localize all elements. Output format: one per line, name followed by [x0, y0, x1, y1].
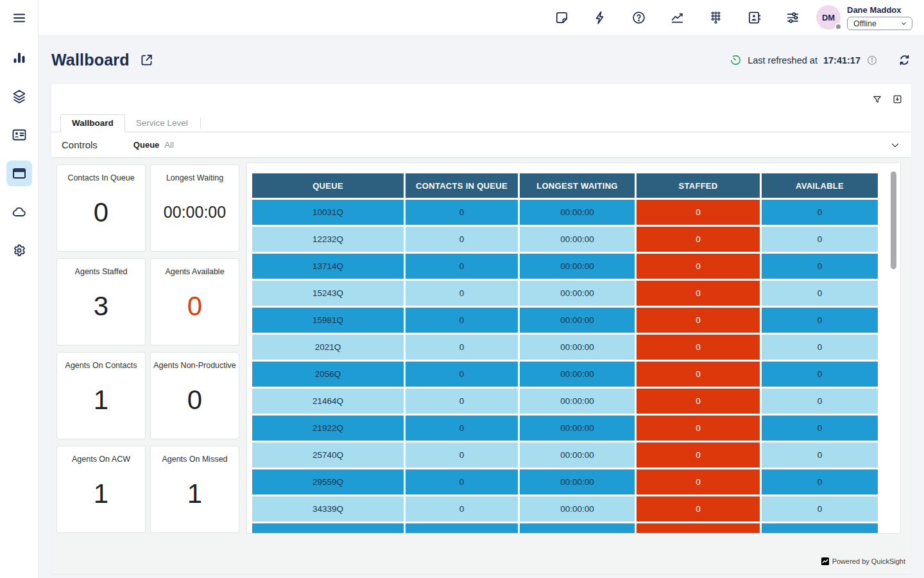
kpi-card: Agents Staffed 3: [56, 258, 146, 346]
cell-available: 0: [762, 362, 878, 387]
column-header-waiting[interactable]: LONGEST WAITING: [520, 173, 635, 198]
cell-queue: 10031Q: [252, 200, 404, 225]
cell-available: 0: [762, 469, 878, 495]
kpi-value: 00:00:00: [164, 203, 226, 222]
queue-control-value[interactable]: All: [164, 140, 173, 150]
column-header-available[interactable]: AVAILABLE: [762, 173, 878, 198]
cell-staffed: 0: [637, 496, 760, 521]
contact-card-icon: [12, 127, 27, 143]
column-header-staffed[interactable]: STAFFED: [637, 173, 760, 198]
cell-contacts: 0: [406, 281, 518, 306]
table-row: 21922Q 0 00:00:00 0 0: [252, 416, 872, 441]
kpi-value: 1: [94, 385, 108, 416]
table-row: 21464Q 0 00:00:00 0 0: [252, 389, 872, 414]
column-header-queue[interactable]: QUEUE: [252, 173, 404, 198]
metrics-icon[interactable]: [669, 10, 685, 26]
kpi-card: Agents On Missed 1: [150, 446, 239, 533]
cell-available: 0: [762, 496, 878, 521]
cell-waiting: 00:00:00: [520, 200, 635, 225]
kpi-label: Agents Available: [165, 267, 224, 276]
cell-staffed: 0: [637, 335, 760, 360]
cell-available: [762, 523, 878, 534]
table-row: 25740Q 0 00:00:00 0 0: [252, 442, 872, 468]
cell-staffed: 0: [637, 227, 760, 252]
cloud-icon: [12, 204, 27, 220]
kpi-card: Agents On ACW 1: [56, 446, 146, 533]
cell-contacts: 0: [406, 416, 518, 441]
table-row: [252, 523, 872, 534]
sidebar-item-wallboard[interactable]: [6, 161, 32, 186]
kpi-card: Agents Non-Productive 0: [150, 352, 239, 439]
kpi-card: Agents On Contacts 1: [56, 352, 146, 439]
sidebar-item-metrics[interactable]: [6, 45, 32, 71]
cell-queue: 13714Q: [252, 254, 404, 279]
chevron-down-icon: [900, 20, 907, 27]
refresh-button[interactable]: [898, 53, 911, 67]
user-name: Dane Maddox: [847, 5, 912, 15]
cell-contacts: 0: [406, 442, 518, 468]
cell-contacts: 0: [406, 227, 518, 252]
filter-icon[interactable]: [872, 94, 882, 105]
refresh-time: 17:41:17: [823, 55, 860, 66]
cell-available: 0: [762, 442, 878, 468]
agent-directory-icon[interactable]: [746, 10, 762, 26]
status-value: Offline: [853, 19, 877, 28]
table-row: 15243Q 0 00:00:00 0 0: [252, 281, 872, 306]
status-dropdown[interactable]: Offline: [847, 17, 912, 30]
cell-contacts: 0: [406, 308, 518, 333]
table-row: 2021Q 0 00:00:00 0 0: [252, 335, 872, 360]
cell-queue: 29559Q: [252, 469, 404, 495]
cell-queue: 2056Q: [252, 362, 404, 387]
column-header-contacts[interactable]: CONTACTS IN QUEUE: [406, 173, 518, 198]
cell-staffed: 0: [637, 389, 760, 414]
queue-control-label: Queue: [133, 140, 159, 150]
avatar[interactable]: DM: [816, 5, 841, 30]
quicksight-logo-icon: [821, 557, 829, 565]
cell-staffed: 0: [637, 469, 760, 495]
quick-connects-icon[interactable]: [592, 10, 608, 26]
left-sidebar: [0, 0, 38, 578]
gear-icon: [12, 243, 27, 258]
cell-waiting: 00:00:00: [520, 442, 635, 468]
help-icon[interactable]: [630, 10, 647, 26]
preferences-icon[interactable]: [784, 10, 801, 26]
cell-staffed: 0: [637, 362, 760, 387]
kpi-value: 1: [94, 478, 108, 509]
cell-contacts: 0: [406, 335, 518, 360]
export-icon[interactable]: [892, 94, 903, 105]
note-icon[interactable]: [553, 10, 570, 26]
dashboard-panel: Wallboard Service Level Controls Queue A…: [51, 84, 911, 574]
table-header-row: QUEUE CONTACTS IN QUEUE LONGEST WAITING …: [252, 173, 872, 198]
info-icon[interactable]: [866, 55, 878, 66]
cell-contacts: [406, 523, 518, 534]
tab-wallboard[interactable]: Wallboard: [60, 114, 125, 132]
cell-queue: 25740Q: [252, 442, 404, 468]
table-row: 12232Q 0 00:00:00 0 0: [252, 227, 872, 252]
controls-bar: Controls Queue All: [51, 132, 911, 158]
table-row: 13714Q 0 00:00:00 0 0: [252, 254, 872, 279]
kpi-card: Contacts In Queue 0: [56, 164, 146, 252]
sidebar-item-settings[interactable]: [6, 238, 32, 263]
table-scrollbar[interactable]: [891, 171, 896, 269]
cell-queue: 34339Q: [252, 496, 404, 521]
menu-icon[interactable]: [9, 9, 30, 27]
sidebar-item-contacts[interactable]: [6, 122, 32, 148]
dialpad-icon[interactable]: [707, 10, 724, 26]
sidebar-item-flows[interactable]: [6, 83, 32, 109]
table-row: 2056Q 0 00:00:00 0 0: [252, 362, 872, 387]
external-link-icon[interactable]: [139, 53, 154, 67]
cell-waiting: 00:00:00: [520, 362, 635, 387]
cell-contacts: 0: [406, 200, 518, 225]
kpi-value: 0: [94, 197, 108, 228]
kpi-value: 1: [187, 478, 202, 509]
user-block: DM Dane Maddox Offline: [816, 5, 912, 30]
tab-service-level[interactable]: Service Level: [125, 115, 199, 132]
cell-contacts: 0: [406, 254, 518, 279]
refresh-label: Last refreshed at: [748, 55, 817, 66]
controls-chevron-icon[interactable]: [889, 139, 901, 151]
controls-label: Controls: [62, 139, 98, 150]
sidebar-item-cloud[interactable]: [6, 199, 32, 225]
cell-staffed: 0: [637, 416, 760, 441]
table-row: 34339Q 0 00:00:00 0 0: [252, 496, 872, 521]
kpi-value: 0: [187, 291, 202, 322]
